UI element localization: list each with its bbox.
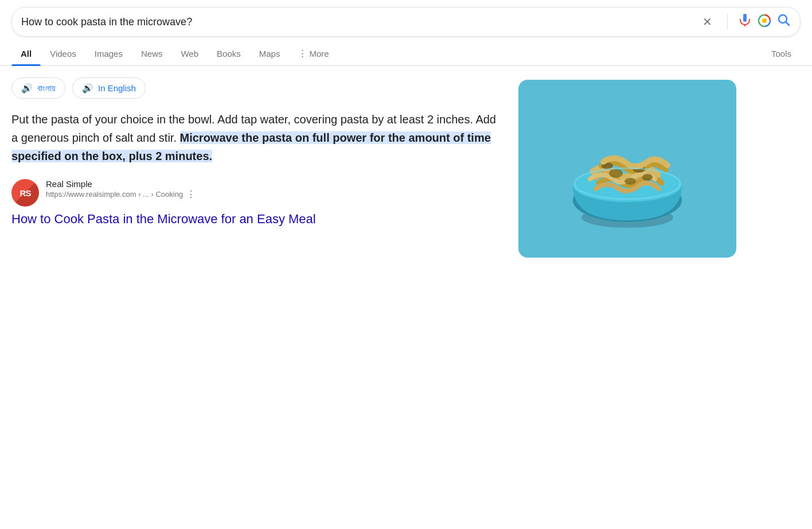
source-logo-text: RS xyxy=(11,179,39,207)
source-section: RS Real Simple https://www.realsimple.co… xyxy=(11,179,505,207)
more-dots-icon: ⋮ xyxy=(298,48,307,59)
speaker-icon-bengali: 🔊 xyxy=(21,83,33,94)
source-url-text: https://www.realsimple.com › ... › Cooki… xyxy=(46,190,183,199)
svg-point-10 xyxy=(642,174,653,181)
tab-videos[interactable]: Videos xyxy=(41,43,85,65)
bengali-label: বাংলায় xyxy=(37,83,56,94)
mic-icon[interactable] xyxy=(738,13,752,30)
source-name: Real Simple xyxy=(46,179,196,189)
tab-more[interactable]: ⋮ More xyxy=(289,42,338,65)
tab-web[interactable]: Web xyxy=(171,43,208,65)
search-query-text[interactable]: How to cook pasta in the microwave? xyxy=(21,16,697,28)
pasta-image xyxy=(518,80,736,258)
tab-maps[interactable]: Maps xyxy=(250,43,290,65)
lens-icon[interactable] xyxy=(758,14,771,30)
divider xyxy=(727,14,728,30)
search-bar-area: How to cook pasta in the microwave? ✕ xyxy=(0,0,812,42)
svg-line-3 xyxy=(786,22,790,26)
search-icon[interactable] xyxy=(777,13,791,30)
left-panel: 🔊 বাংলায় 🔊 In English Put the pasta of … xyxy=(11,77,505,258)
tab-all[interactable]: All xyxy=(11,43,41,65)
svg-point-1 xyxy=(762,18,767,23)
clear-icon[interactable]: ✕ xyxy=(702,15,712,29)
answer-text: Put the pasta of your choice in the bowl… xyxy=(11,110,505,165)
speaker-icon-english: 🔊 xyxy=(82,83,93,94)
source-info: Real Simple https://www.realsimple.com ›… xyxy=(46,179,196,200)
language-buttons: 🔊 বাংলায় 🔊 In English xyxy=(11,77,505,99)
svg-point-7 xyxy=(609,169,623,178)
source-logo: RS xyxy=(11,179,39,207)
english-lang-button[interactable]: 🔊 In English xyxy=(72,77,146,99)
pasta-bowl-svg xyxy=(553,94,702,243)
right-image-panel xyxy=(518,80,736,258)
main-content: 🔊 বাংলায় 🔊 In English Put the pasta of … xyxy=(0,66,803,269)
tab-books[interactable]: Books xyxy=(208,43,250,65)
svg-point-9 xyxy=(624,178,636,185)
search-bar: How to cook pasta in the microwave? ✕ xyxy=(11,7,801,37)
search-tabs: All Videos Images News Web Books Maps ⋮ … xyxy=(0,42,812,66)
tab-images[interactable]: Images xyxy=(85,43,132,65)
source-url: https://www.realsimple.com › ... › Cooki… xyxy=(46,189,196,200)
english-label: In English xyxy=(98,83,136,93)
tab-news[interactable]: News xyxy=(132,43,172,65)
result-link[interactable]: How to Cook Pasta in the Microwave for a… xyxy=(11,211,505,228)
tab-tools[interactable]: Tools xyxy=(762,43,801,65)
source-menu-icon[interactable]: ⋮ xyxy=(186,189,196,200)
bengali-lang-button[interactable]: 🔊 বাংলায় xyxy=(11,77,65,99)
